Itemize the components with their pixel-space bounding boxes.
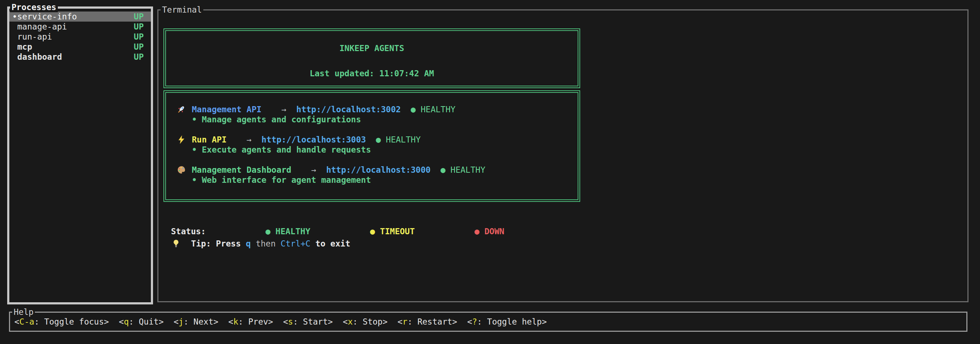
process-name: mcp: [17, 42, 32, 52]
process-row-manage-api[interactable]: manage-api UP: [10, 22, 151, 32]
shortcut-restart: rRestart: [397, 317, 457, 327]
service-url-link[interactable]: http://localhost:3000: [326, 165, 431, 175]
health-dot-icon: ●: [441, 165, 445, 175]
legend-timeout-label: TIMEOUT: [380, 227, 415, 236]
shortcut-key: s: [288, 317, 303, 326]
health-dot-icon: ●: [410, 104, 416, 114]
shortcut-key: ?: [472, 317, 487, 326]
shortcut-key: x: [348, 317, 363, 326]
help-shortcuts: C-aToggle focus qQuit jNext kPrev sStart…: [10, 313, 966, 331]
legend-down: ●DOWN: [425, 216, 504, 246]
green-dot-icon: ●: [266, 227, 270, 236]
shortcut-label: Quit: [138, 317, 158, 326]
help-panel: Help C-aToggle focus qQuit jNext kPrev s…: [9, 312, 967, 332]
process-name: dashboard: [17, 52, 62, 62]
shortcut-label: Start: [303, 317, 328, 326]
process-name: run-api: [17, 32, 52, 42]
arrow-icon: →: [281, 104, 286, 114]
tip-suffix: to exit: [315, 238, 350, 249]
service-entry-run-api: Run API → http://localhost:3003 ● HEALTH…: [177, 134, 578, 155]
process-list: • service-info UP manage-api UP run-api …: [10, 9, 151, 62]
services-box: Management API → http://localhost:3002 ●…: [165, 92, 578, 200]
health-status: HEALTHY: [421, 104, 455, 114]
shortcut-label: Toggle focus: [44, 317, 104, 326]
red-dot-icon: ●: [474, 227, 480, 236]
lightning-icon: [177, 134, 192, 145]
shortcut-key: r: [402, 317, 417, 326]
process-status-badge: UP: [134, 42, 144, 52]
shortcut-key: k: [233, 317, 248, 326]
process-status-badge: UP: [134, 52, 144, 62]
status-legend: Status: ●HEALTHY ●TIMEOUT ●DOWN: [171, 226, 504, 237]
status-label: Status:: [171, 226, 206, 237]
process-row-run-api[interactable]: run-api UP: [10, 32, 151, 42]
process-row-service-info[interactable]: • service-info UP: [10, 11, 151, 22]
service-url-link[interactable]: http://localhost:3003: [261, 134, 366, 145]
shortcut-key: j: [178, 317, 194, 326]
shortcut-key: C-a: [19, 317, 44, 326]
service-entry-management-api: Management API → http://localhost:3002 ●…: [177, 104, 578, 125]
selected-marker: •: [12, 11, 17, 22]
health-status: HEALTHY: [450, 165, 485, 175]
service-url-link[interactable]: http://localhost:3002: [296, 104, 401, 114]
last-updated-text: Last updated: 11:07:42 AM: [166, 68, 578, 78]
shortcut-start: sStart: [283, 317, 333, 327]
shortcut-stop: xStop: [343, 317, 388, 327]
service-name: Management Dashboard: [192, 165, 291, 175]
shortcut-prev: kPrev: [229, 317, 274, 327]
status-footer: Status: ●HEALTHY ●TIMEOUT ●DOWN: [171, 226, 504, 249]
help-panel-title: Help: [12, 307, 35, 317]
terminal-panel: Terminal INKEEP AGENTS Last updated: 11:…: [158, 10, 969, 302]
rocket-icon: [177, 104, 192, 114]
shortcut-next: jNext: [173, 317, 218, 327]
service-name: Run API: [192, 134, 227, 145]
tip-middle: then: [256, 238, 275, 249]
tip-prefix: Tip: Press: [191, 238, 241, 249]
shortcut-label: Next: [194, 317, 213, 326]
shortcut-label: Toggle help: [487, 317, 542, 326]
palette-icon: [177, 165, 192, 175]
service-name: Management API: [192, 104, 261, 114]
legend-healthy-label: HEALTHY: [275, 227, 310, 236]
agents-title: INKEEP AGENTS: [166, 43, 578, 53]
processes-panel-title: Processes: [10, 2, 58, 12]
process-name: service-info: [17, 11, 77, 22]
terminal-output: INKEEP AGENTS Last updated: 11:07:42 AM: [158, 10, 967, 301]
process-row-mcp[interactable]: mcp UP: [10, 42, 151, 52]
shortcut-toggle-focus: C-aToggle focus: [14, 317, 109, 327]
yellow-dot-icon: ●: [370, 227, 375, 236]
process-status-badge: UP: [134, 22, 144, 32]
tip-key-ctrl-c: Ctrl+C: [280, 238, 310, 249]
lightbulb-icon: [171, 238, 186, 249]
shortcut-quit: qQuit: [119, 317, 164, 327]
tip-key-q: q: [246, 238, 251, 249]
process-status-badge: UP: [134, 11, 144, 22]
processes-panel: Processes • service-info UP manage-api U…: [7, 6, 153, 304]
health-dot-icon: ●: [376, 134, 381, 145]
arrow-icon: →: [247, 134, 251, 145]
process-name: manage-api: [17, 22, 67, 32]
agents-header-box: INKEEP AGENTS Last updated: 11:07:42 AM: [165, 30, 578, 86]
process-row-dashboard[interactable]: dashboard UP: [10, 52, 151, 62]
shortcut-toggle-help: ?Toggle help: [467, 317, 547, 327]
health-status: HEALTHY: [386, 134, 421, 145]
shortcut-label: Restart: [417, 317, 452, 326]
shortcut-label: Prev: [248, 317, 268, 326]
legend-down-label: DOWN: [484, 227, 504, 236]
shortcut-label: Stop: [363, 317, 383, 326]
process-status-badge: UP: [134, 32, 144, 42]
service-entry-dashboard: Management Dashboard → http://localhost:…: [177, 165, 578, 185]
shortcut-key: q: [124, 317, 139, 326]
arrow-icon: →: [311, 165, 316, 175]
